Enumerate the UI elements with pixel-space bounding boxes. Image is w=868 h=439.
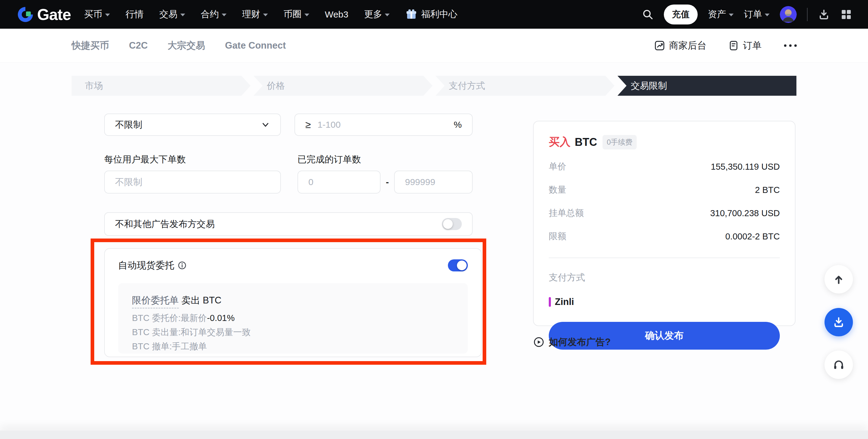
avatar-image: [780, 6, 797, 23]
limit-order-term[interactable]: 限价委托单: [132, 295, 179, 309]
main-menu: 买币 行情 交易 合约 理财 币圈 Web3 更多: [84, 8, 390, 21]
play-circle-icon: [533, 336, 545, 348]
nav-item-markets[interactable]: 行情: [126, 8, 144, 21]
nav-item-rewards-hub[interactable]: 福利中心: [405, 8, 457, 21]
customer-support-button[interactable]: [825, 350, 853, 379]
gate-logo[interactable]: Gate: [17, 5, 71, 24]
sell-amount-line: BTC 卖出量:和订单交易量一致: [132, 327, 454, 337]
topnav-right: 充值 资产 订单: [642, 4, 852, 25]
app-download-icon[interactable]: [818, 8, 830, 21]
summary-row-total: 挂单总额 310,700.238 USD: [549, 207, 780, 219]
caret-down-icon: [105, 13, 110, 16]
no-other-advertisers-row: 不和其他广告发布方交易: [104, 212, 473, 236]
how-to-publish-link[interactable]: 如何发布广告?: [533, 336, 611, 348]
summary-row-price: 单价 155,350.119 USD: [549, 161, 780, 173]
nav-item-more[interactable]: 更多: [364, 8, 390, 21]
info-icon[interactable]: [178, 261, 186, 270]
order-price-line: BTC 委托价:最新价-0.01%: [132, 313, 454, 322]
tab-block-trade[interactable]: 大宗交易: [167, 39, 205, 52]
search-icon[interactable]: [642, 9, 654, 20]
nav-item-earn[interactable]: 理财: [242, 8, 268, 21]
chevron-down-icon: [261, 120, 270, 129]
payment-method-item: Zinli: [549, 296, 780, 307]
caret-down-icon: [304, 13, 309, 16]
completed-orders-min-input[interactable]: 0: [298, 170, 380, 193]
gift-box-icon: [405, 8, 417, 21]
nav-item-square[interactable]: 币圈: [284, 8, 309, 21]
caret-down-icon: [222, 13, 226, 16]
merchant-center-link[interactable]: 商家后台: [654, 39, 706, 52]
trade-limits-form: 不限制 ≥ 1-100 % 每位用户最大下单数 已完成的订单数 不限制 0 -: [104, 114, 473, 236]
range-dash: -: [380, 177, 394, 187]
nav-item-assets[interactable]: 资产: [708, 8, 734, 21]
caret-down-icon: [385, 13, 390, 16]
completed-orders-max-input[interactable]: 999999: [394, 170, 473, 193]
arrow-up-icon: [833, 273, 845, 285]
ad-summary-card: 买入 BTC 0手续费 单价 155,350.119 USD 数量 2 BTC …: [533, 121, 796, 326]
percent-range-input[interactable]: ≥ 1-100 %: [294, 114, 473, 136]
max-orders-label: 每位用户最大下单数: [104, 153, 186, 166]
order-list-icon: [728, 40, 739, 51]
page-bottom-strip: [0, 431, 868, 439]
top-navbar: Gate 买币 行情 交易 合约 理财 币圈 Web3 更多 福利中心: [0, 0, 868, 29]
step-price[interactable]: 价格: [254, 76, 433, 96]
completed-orders-label: 已完成的订单数: [298, 153, 473, 166]
summary-row-limit: 限额 0.0002-2 BTC: [549, 230, 780, 243]
nav-item-web3[interactable]: Web3: [325, 9, 348, 20]
merchant-chart-icon: [654, 40, 665, 51]
caret-down-icon: [729, 13, 734, 16]
orders-link[interactable]: 订单: [728, 39, 762, 52]
apps-grid-icon[interactable]: [840, 8, 852, 21]
tab-express-buy[interactable]: 快捷买币: [71, 39, 109, 52]
summary-divider: [549, 257, 780, 258]
auto-spot-toggle[interactable]: [448, 259, 468, 272]
limit-select-value: 不限制: [115, 119, 142, 131]
auto-spot-title: 自动现货委托: [118, 259, 174, 272]
auto-spot-detail-box: 限价委托单 卖出 BTC BTC 委托价:最新价-0.01% BTC 卖出量:和…: [118, 283, 468, 353]
sub-navbar: 快捷买币 C2C 大宗交易 Gate Connect 商家后台 订: [0, 29, 868, 63]
headset-icon: [832, 358, 845, 371]
payment-method-label: 支付方式: [549, 272, 780, 284]
download-app-button[interactable]: [825, 308, 853, 336]
nav-item-trade[interactable]: 交易: [159, 8, 185, 21]
publish-ad-stepper: 市场 价格 支付方式 交易限制: [71, 76, 797, 96]
no-other-advertisers-toggle[interactable]: [442, 218, 462, 230]
tab-gate-connect[interactable]: Gate Connect: [225, 40, 286, 51]
asset-label: BTC: [575, 136, 597, 149]
payment-color-bar: [549, 297, 551, 307]
more-options-icon[interactable]: [783, 41, 797, 50]
nav-item-futures[interactable]: 合约: [201, 8, 226, 21]
nav-item-orders[interactable]: 订单: [744, 8, 770, 21]
percent-symbol: %: [454, 120, 462, 130]
caret-down-icon: [263, 13, 268, 16]
red-highlight-annotation: 自动现货委托 限价委托单 卖出 BTC BTC 委托价:最新价-0.01% BT…: [91, 239, 486, 365]
logo-text: Gate: [37, 5, 71, 24]
cancel-mode-line: BTC 撤单:手工撤单: [132, 342, 454, 351]
gate-logo-icon: [17, 6, 34, 23]
deposit-button[interactable]: 充值: [664, 4, 698, 25]
max-orders-input[interactable]: 不限制: [104, 170, 281, 193]
summary-row-amount: 数量 2 BTC: [549, 184, 780, 196]
toggle-knob: [457, 260, 467, 270]
nav-item-buy-crypto[interactable]: 买币: [84, 8, 110, 21]
zero-fee-badge: 0手续费: [602, 135, 637, 150]
step-trade-limits[interactable]: 交易限制: [618, 76, 797, 96]
caret-down-icon: [765, 13, 770, 16]
caret-down-icon: [180, 13, 185, 16]
subnav-tabs: 快捷买币 C2C 大宗交易 Gate Connect: [71, 39, 286, 52]
page: Gate 买币 行情 交易 合约 理财 币圈 Web3 更多 福利中心: [0, 0, 868, 439]
download-icon: [832, 316, 845, 328]
toggle-knob: [443, 219, 453, 229]
buy-side-label: 买入: [549, 135, 570, 150]
back-to-top-button[interactable]: [825, 265, 853, 293]
no-other-advertisers-label: 不和其他广告发布方交易: [115, 218, 215, 230]
step-market[interactable]: 市场: [71, 76, 251, 96]
tab-c2c[interactable]: C2C: [129, 40, 148, 51]
percent-placeholder: 1-100: [317, 120, 454, 130]
limit-select[interactable]: 不限制: [104, 114, 281, 136]
user-avatar[interactable]: [780, 6, 797, 23]
sell-btc-text: 卖出 BTC: [182, 295, 222, 306]
nav-divider: [807, 8, 808, 21]
step-payment-method[interactable]: 支付方式: [435, 76, 615, 96]
payment-method-name: Zinli: [555, 296, 574, 307]
